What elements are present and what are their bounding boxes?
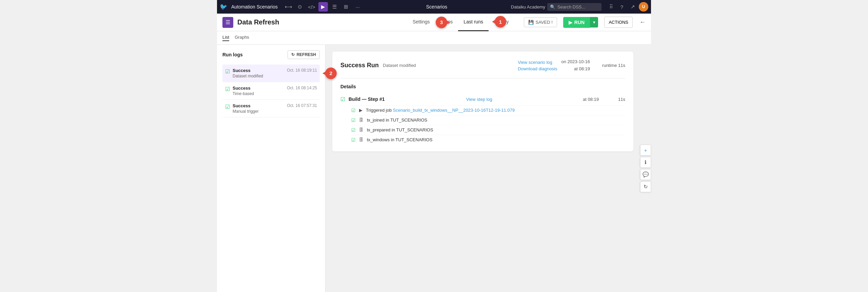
sub-step-2: ☑ 🗄 tx_prepared in TUT_SCENARIOS — [351, 125, 625, 135]
run-status-0: Success — [233, 68, 284, 73]
secondary-navigation: ☰ Data Refresh Settings Steps Last runs … — [217, 14, 651, 31]
left-sidebar: Run logs ↻ REFRESH ☑ Success Dataset mod… — [217, 45, 326, 292]
run-card-runtime: runtime 11s — [602, 63, 625, 68]
step-name: Build — Step #1 — [349, 96, 385, 102]
run-info-0: Success Dataset modified — [233, 68, 284, 78]
more-icon[interactable]: ··· — [353, 2, 362, 12]
job-link[interactable]: Scenario_build_tx_windows__NP__2023-10-1… — [393, 108, 515, 113]
list-toolbar: List Graphs — [217, 31, 651, 45]
academy-label: Dataiku Academy — [511, 4, 545, 10]
comment-edge-button[interactable]: 💬 — [640, 169, 651, 180]
data-icon[interactable]: ☰ — [330, 2, 339, 12]
search-icon: 🔍 — [550, 4, 555, 10]
run-trigger-0: Dataset modified — [233, 74, 284, 78]
check-icon-0: ☑ — [225, 68, 230, 75]
view-scenario-log-link[interactable]: View scenario log — [518, 60, 557, 65]
code-icon[interactable]: </> — [307, 2, 316, 12]
details-label: Details — [340, 84, 625, 89]
app-title: Automation Scenarios — [231, 4, 278, 10]
run-card-date: on 2023-10-16 at 08:19 — [561, 58, 590, 73]
page-title: Data Refresh — [237, 18, 279, 26]
back-arrow-icon[interactable]: ← — [639, 19, 646, 26]
annotation-3: 3 — [436, 17, 447, 28]
sub-step-1: ☑ 🗄 tx_joined in TUT_SCENARIOS — [351, 115, 625, 125]
run-trigger-1: Time-based — [233, 91, 284, 96]
share-icon[interactable]: ⟷ — [284, 2, 293, 12]
run-card: Success Run Dataset modified View scenar… — [332, 52, 633, 151]
annotation-2: 2 — [325, 68, 337, 79]
search-box[interactable]: 🔍 Search DSS... — [547, 3, 601, 11]
search-placeholder: Search DSS... — [557, 4, 585, 10]
info-edge-button[interactable]: ℹ — [640, 157, 651, 168]
sidebar-title: Run logs — [222, 52, 243, 57]
sub-step-text-1: tx_joined in TUT_SCENARIOS — [367, 117, 427, 123]
db-icon-3: 🗄 — [359, 137, 363, 142]
main-content: Run logs ↻ REFRESH ☑ Success Dataset mod… — [217, 45, 651, 292]
db-icon-2: 🗄 — [359, 127, 363, 132]
help-icon[interactable]: ? — [617, 2, 627, 12]
sub-step-text-3: tx_windows in TUT_SCENARIOS — [367, 137, 432, 142]
save-icon: 💾 — [528, 20, 534, 25]
right-panel: Success Run Dataset modified View scenar… — [326, 45, 640, 292]
details-section: Details ☑ Build — Step #1 View step log — [340, 78, 625, 145]
refresh-button[interactable]: ↻ REFRESH — [288, 50, 320, 59]
sub-step-check-0: ☑ — [351, 108, 356, 113]
run-status-2: Success — [233, 103, 284, 108]
top-navigation: 🐦 Automation Scenarios ⟷ ⊙ </> ▶ ☰ ⊞ ···… — [217, 0, 651, 14]
grid-icon[interactable]: ⠿ — [606, 2, 616, 12]
dashboard-icon[interactable]: ⊞ — [341, 2, 351, 12]
run-item-1[interactable]: ☑ Success Time-based Oct. 16 08:14:25 — [222, 82, 320, 100]
list-tab-link[interactable]: List — [222, 35, 229, 41]
run-dropdown-button[interactable]: ▾ — [590, 17, 598, 28]
add-edge-button[interactable]: + — [640, 145, 651, 156]
run-card-header: Success Run Dataset modified View scenar… — [340, 58, 625, 78]
run-info-1: Success Time-based — [233, 86, 284, 96]
view-step-log-link[interactable]: View step log — [466, 97, 492, 102]
avatar[interactable]: U — [639, 2, 648, 12]
right-edge-buttons: + ℹ 💬 ↻ — [640, 145, 651, 192]
tab-lastruns[interactable]: Last runs 1 — [458, 14, 489, 31]
right-icons: ⠿ ? ↗ U — [606, 2, 648, 12]
db-icon-1: 🗄 — [359, 117, 363, 123]
annotation-1: 1 — [495, 16, 506, 28]
refresh-edge-button[interactable]: ↻ — [640, 181, 651, 192]
run-button[interactable]: ▶ RUN — [563, 17, 590, 28]
run-icon[interactable]: ▶ — [318, 2, 328, 12]
run-info-2: Success Manual trigger — [233, 103, 284, 114]
run-card-trigger: Dataset modified — [383, 63, 416, 68]
tab-settings[interactable]: Settings — [407, 14, 435, 31]
deploy-icon[interactable]: ⊙ — [295, 2, 305, 12]
run-item-0[interactable]: ☑ Success Dataset modified Oct. 16 08:19… — [222, 65, 320, 82]
saved-button[interactable]: 💾 SAVED ! — [524, 17, 557, 27]
step-row: ☑ Build — Step #1 View step log at 08:19… — [340, 93, 625, 105]
run-date-2: Oct. 16 07:57:31 — [287, 103, 317, 108]
app-logo: 🐦 — [220, 3, 227, 11]
run-date-0: Oct. 16 08:19:11 — [287, 68, 317, 73]
step-time: at 08:19 — [582, 97, 599, 102]
run-play-icon: ▶ — [569, 20, 572, 25]
run-card-links: View scenario log Download diagnosis — [518, 60, 557, 71]
actions-button[interactable]: ACTIONS — [604, 17, 633, 28]
sub-step-check-1: ☑ — [351, 117, 356, 123]
run-card-title: Success Run — [340, 62, 379, 69]
check-icon-2: ☑ — [225, 104, 230, 110]
stats-icon[interactable]: ↗ — [628, 2, 637, 12]
play-icon-0: ▶ — [359, 108, 362, 113]
hamburger-button[interactable]: ☰ — [222, 17, 233, 28]
sub-steps: ☑ ▶ Triggered job Scenario_build_tx_wind… — [351, 105, 625, 145]
refresh-icon: ↻ — [291, 52, 295, 57]
download-diagnosis-link[interactable]: Download diagnosis — [518, 66, 557, 71]
step-check-icon: ☑ — [340, 96, 345, 103]
nav-tabs: Settings Steps Last runs 1 History — [407, 14, 514, 31]
center-label: Scenarios — [426, 4, 447, 10]
run-date-1: Oct. 16 08:14:25 — [287, 86, 317, 90]
graphs-tab-link[interactable]: Graphs — [235, 35, 249, 41]
sub-step-check-2: ☑ — [351, 127, 356, 133]
sub-step-0: ☑ ▶ Triggered job Scenario_build_tx_wind… — [351, 105, 625, 115]
run-status-1: Success — [233, 86, 284, 91]
run-item-2[interactable]: ☑ Success Manual trigger Oct. 16 07:57:3… — [222, 100, 320, 117]
run-trigger-2: Manual trigger — [233, 109, 284, 114]
sub-step-text-0: Triggered job Scenario_build_tx_windows_… — [366, 108, 515, 113]
run-button-group: ▶ RUN ▾ — [563, 17, 598, 28]
step-duration: 11s — [615, 97, 625, 102]
